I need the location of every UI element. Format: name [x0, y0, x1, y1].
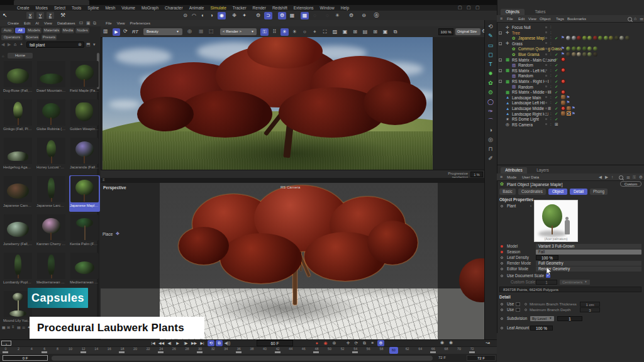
- material-tag[interactable]: [625, 36, 630, 40]
- viewport[interactable]: [101, 183, 484, 339]
- cloner-icon[interactable]: ✿: [486, 79, 496, 87]
- attr-tab-attributes[interactable]: Attributes: [501, 167, 527, 173]
- size-dropdown[interactable]: Original Size: [455, 28, 480, 35]
- object-row[interactable]: ▲Landscape Right Hill∶✓⚑: [497, 111, 644, 117]
- attr-value-flat[interactable]: Variant 3 Full-Grown: [536, 244, 641, 250]
- om-tab-takes[interactable]: Takes: [528, 9, 552, 15]
- redshift-tag-icon[interactable]: [561, 68, 565, 72]
- om-menu-object[interactable]: Object: [540, 17, 550, 21]
- plant-card[interactable]: Mediterranean Cypres...: [36, 252, 67, 288]
- brush-icon[interactable]: ❉: [230, 12, 238, 19]
- attr-value-dropdown[interactable]: Fall: [536, 250, 641, 255]
- material-tag[interactable]: [598, 36, 602, 40]
- axis-lock-x[interactable]: X: [26, 12, 34, 19]
- menu-help[interactable]: Help: [338, 6, 352, 10]
- mode-pla-icon[interactable]: ⚙: [377, 340, 384, 346]
- section-tab-detail[interactable]: Detail: [570, 189, 587, 195]
- flag-tag-icon[interactable]: ⚑: [567, 95, 570, 100]
- attr-forward-icon[interactable]: ▶: [605, 175, 608, 180]
- plant-card[interactable]: Honey Locust 'Sunbur...: [36, 137, 67, 173]
- attr-back-icon[interactable]: ◀: [599, 175, 602, 180]
- redshift-tag-icon[interactable]: [561, 90, 565, 94]
- render-menu-file[interactable]: File: [103, 21, 114, 25]
- visibility-dots[interactable]: ∶: [550, 30, 552, 35]
- object-name[interactable]: RS Camera: [512, 123, 533, 127]
- a-circle-icon[interactable]: ⓐ: [372, 12, 380, 19]
- menu-character[interactable]: Character: [162, 6, 186, 10]
- om-menu-view[interactable]: View: [528, 17, 536, 21]
- minus-circle-icon[interactable]: ⊖: [360, 12, 368, 19]
- stack-icon[interactable]: ⊞: [351, 28, 359, 36]
- asset-tab-scenes[interactable]: Scenes: [25, 35, 39, 40]
- material-tag[interactable]: [572, 52, 576, 57]
- material-tag[interactable]: [614, 36, 619, 40]
- texture-tag-icon[interactable]: [567, 106, 571, 111]
- dim-a-icon[interactable]: ◌: [311, 12, 319, 19]
- plant-card[interactable]: Dwarf Mountain Pine (...: [36, 60, 67, 97]
- layer-box[interactable]: [545, 96, 548, 99]
- home-icon[interactable]: ⌂: [14, 42, 16, 47]
- object-row[interactable]: -✛Tree∶: [497, 30, 644, 36]
- custom-scale-field[interactable]: 1: [536, 280, 557, 285]
- spline-modify-icon[interactable]: ✑: [486, 107, 496, 116]
- menu-window[interactable]: Window: [317, 6, 338, 10]
- visibility-dots[interactable]: ∶: [550, 35, 552, 40]
- crop-icon[interactable]: ⬚: [209, 28, 214, 34]
- enable-check-icon[interactable]: ✓: [555, 84, 558, 89]
- range-end-field[interactable]: 72 F: [467, 355, 496, 361]
- tl-sound-icon[interactable]: ◀)): [224, 340, 231, 346]
- object-row[interactable]: ▦RS Matrix - Middle Hill∶✓: [497, 89, 644, 95]
- material-tag[interactable]: [577, 36, 581, 40]
- snap-a-icon[interactable]: ◠: [190, 12, 198, 19]
- visibility-dots[interactable]: ∶: [550, 111, 552, 116]
- clear-icon[interactable]: ⊗: [78, 42, 82, 47]
- visibility-dots[interactable]: ∶: [550, 73, 552, 77]
- mode-scale-icon[interactable]: ⧉: [361, 340, 368, 346]
- expand-toggle[interactable]: -: [499, 69, 502, 72]
- plant-card[interactable]: Golden Weeping Willo...: [69, 99, 100, 135]
- object-name[interactable]: Random: [518, 63, 533, 67]
- material-tag[interactable]: [587, 52, 592, 57]
- search-icon[interactable]: [628, 17, 632, 22]
- asset-menu-view[interactable]: View: [42, 21, 55, 25]
- material-tag[interactable]: [604, 36, 608, 40]
- texture-tag-icon[interactable]: [561, 95, 565, 99]
- pass-dropdown-arrow-icon[interactable]: ▾: [177, 29, 179, 33]
- material-tag[interactable]: [577, 47, 581, 51]
- visibility-dots[interactable]: ∶: [550, 122, 552, 126]
- enable-check-icon[interactable]: ✓: [555, 95, 558, 100]
- section-tab-object[interactable]: Object: [548, 189, 567, 195]
- object-name[interactable]: Landscape Right Hill: [512, 112, 548, 116]
- breadcrumb[interactable]: Home: [8, 53, 33, 58]
- autokey-icon[interactable]: ◉: [322, 340, 329, 346]
- om-menu-file[interactable]: File: [507, 17, 513, 21]
- add-icon[interactable]: ⊞: [371, 28, 379, 36]
- layer-box[interactable]: [545, 26, 548, 29]
- layout-monitor-1-icon[interactable]: ▢: [458, 5, 464, 10]
- flag-tag-icon[interactable]: ⚑: [561, 52, 565, 57]
- visibility-dots[interactable]: ∶: [550, 116, 552, 121]
- prev-frame-icon[interactable]: ◀|: [166, 340, 173, 346]
- asset-menu-edit[interactable]: Edit: [21, 21, 33, 25]
- menu-select[interactable]: Select: [51, 6, 69, 10]
- om-menu-edit[interactable]: Edit: [518, 17, 525, 21]
- next-frame-icon[interactable]: |▶: [182, 340, 189, 346]
- object-name[interactable]: Grass: [512, 41, 523, 46]
- mode-pos-icon[interactable]: ✛: [345, 340, 352, 346]
- object-row[interactable]: ▲Landscape Main∶✓⚑: [497, 95, 644, 101]
- enable-check-icon[interactable]: ✓: [555, 52, 558, 57]
- object-row[interactable]: ☀RS Dome Light∶✓: [497, 116, 644, 122]
- sphere-half-icon[interactable]: ◑: [208, 12, 216, 19]
- go-start-icon[interactable]: |◀: [150, 340, 157, 346]
- flag-tag-icon[interactable]: ⚑: [572, 111, 575, 116]
- layer-box[interactable]: [545, 101, 548, 104]
- material-tag[interactable]: [566, 36, 570, 40]
- layer-box[interactable]: [545, 80, 548, 83]
- next-key-icon[interactable]: ▶▶: [191, 340, 197, 346]
- render-menu-view[interactable]: View: [114, 21, 128, 25]
- search-input[interactable]: fall plant: [26, 41, 84, 48]
- layer-box[interactable]: [545, 118, 548, 121]
- custom-scale-unit-arrow-icon[interactable]: ▾: [585, 280, 587, 283]
- attr-menu-user-data[interactable]: User Data: [522, 175, 539, 179]
- expand-toggle[interactable]: -: [499, 31, 502, 35]
